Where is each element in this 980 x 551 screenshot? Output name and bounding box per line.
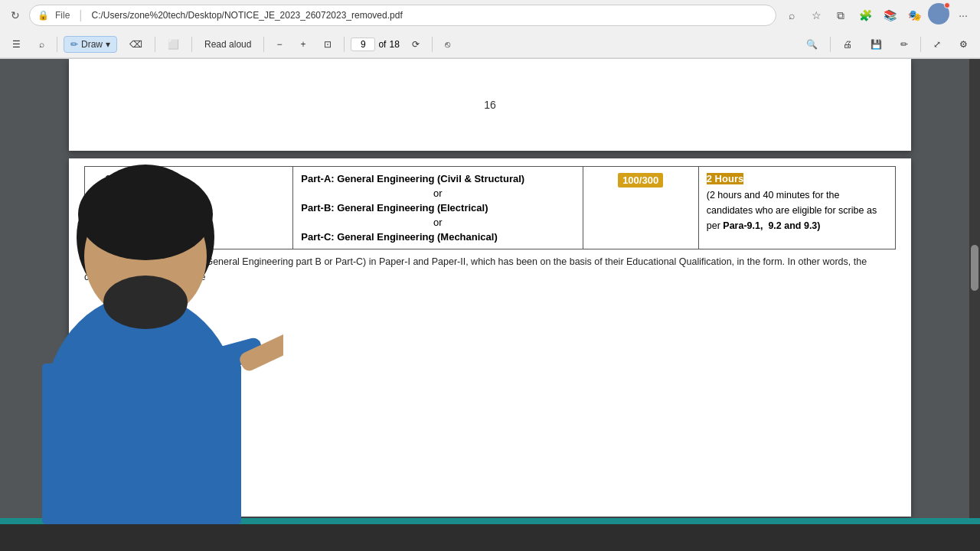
fit-page-icon: ⊡ [324,39,332,50]
textbox-icon: ⬜ [168,39,179,50]
rotate-icon: ⟳ [412,39,420,50]
or-2-text: or [301,217,574,228]
pdf-search-button[interactable]: 🔍 [800,37,824,52]
scrollbar[interactable] [969,59,980,524]
scrollbar-thumb[interactable] [971,245,978,291]
svg-rect-1 [42,364,241,524]
profile-notification-dot [944,2,950,8]
separator-5 [344,37,345,52]
part-c-text: Part-C: General Engineering (Mechanical) [301,231,574,243]
person-overlay [0,96,283,524]
tab-manager-button[interactable]: ⧉ [830,5,851,26]
profile-area [928,3,949,28]
rotate-button[interactable]: ⟳ [406,37,426,52]
part-a-text: Part-A: General Engineering (Civil & Str… [301,173,574,184]
pdf-toolbar: ☰ ⌕ ✏ Draw ▾ ⌫ ⬜ Read aloud − + ⊡ [0,31,980,58]
textbox-button[interactable]: ⬜ [162,37,185,52]
search-pdf-button[interactable]: ⌕ [33,37,51,52]
draw-icon: ✏ [70,39,78,50]
or-1-text: or [301,187,574,199]
separator-3 [191,37,192,52]
save-button[interactable]: 💾 [864,37,888,52]
svg-point-5 [78,168,213,260]
person-svg [0,96,283,524]
extensions-button[interactable]: 🧩 [854,5,876,26]
browser-chrome: ↻ 🔒 File | C:/Users/zone%20tech/Desktop/… [0,0,980,59]
draw-button[interactable]: ✏ Draw ▾ [64,36,117,53]
separator-2 [155,37,155,52]
file-label: File [55,10,70,21]
read-aloud-button[interactable]: Read aloud [198,37,257,52]
draw-label: Draw [81,39,103,50]
separator-6 [432,37,433,52]
lock-icon: 🔒 [38,10,49,21]
menu-button[interactable]: ☰ [6,37,27,52]
zoom-out-icon: − [276,39,282,50]
collections-button[interactable]: 📚 [879,5,900,26]
page-input[interactable] [351,37,375,51]
url-text: C:/Users/zone%20tech/Desktop/NOTICE_JE_2… [92,10,769,21]
zoom-in-button[interactable]: + [294,37,312,52]
duration-cell: 2 Hours (2 hours and 40 minutes for the … [698,167,895,249]
fullscreen-button[interactable]: ⤢ [927,37,947,52]
duration-detail: (2 hours and 40 minutes for the candidat… [707,187,887,233]
browser-extras-button[interactable]: 🎭 [903,5,925,26]
draw-chevron: ▾ [106,39,110,50]
duration-hours: 2 Hours [707,173,887,184]
separator-8 [920,37,921,52]
svg-point-6 [103,276,188,329]
para-reference: Para-9.1, 9.2 and 9.3) [723,220,820,231]
hours-highlight: 2 Hours [707,173,743,184]
total-pages: 18 [389,39,399,50]
content-area: 16 1 ComputerBasedExamination [0,59,980,524]
search-toolbar-button[interactable]: ⌕ [781,5,802,26]
marks-cell: 100/300 [583,167,698,249]
more-menu-button[interactable]: ··· [952,5,974,26]
zoom-out-button[interactable]: − [270,37,288,52]
address-bar[interactable]: 🔒 File | C:/Users/zone%20tech/Desktop/NO… [29,5,776,26]
refresh-button[interactable]: ↻ [6,6,24,24]
separator-1 [57,37,57,52]
marks-value: 100/300 [618,173,663,187]
page-navigation: of 18 [351,37,399,51]
separator-7 [830,37,831,52]
eraser-button[interactable]: ⌫ [123,37,149,52]
page-number-top: 16 [484,99,496,111]
page-of-text: of [378,39,386,50]
paper-parts-cell: Part-A: General Engineering (Civil & Str… [293,167,583,249]
address-bar-row: ↻ 🔒 File | C:/Users/zone%20tech/Desktop/… [0,0,980,31]
fit-page-button[interactable]: ⊡ [318,37,338,52]
settings-button[interactable]: ⚙ [953,37,974,52]
share-button[interactable]: ⎋ [439,37,456,52]
print-button[interactable]: 🖨 [837,37,858,52]
favorites-button[interactable]: ☆ [805,5,827,26]
zoom-in-icon: + [300,39,305,50]
separator-4 [263,37,264,52]
edit-button[interactable]: ✏ [894,37,914,52]
browser-toolbar-icons: ⌕ ☆ ⧉ 🧩 📚 🎭 ··· [781,3,974,28]
eraser-icon: ⌫ [129,39,142,50]
part-b-text: Part-B: General Engineering (Electrical) [301,202,574,214]
read-aloud-label: Read aloud [204,39,251,50]
